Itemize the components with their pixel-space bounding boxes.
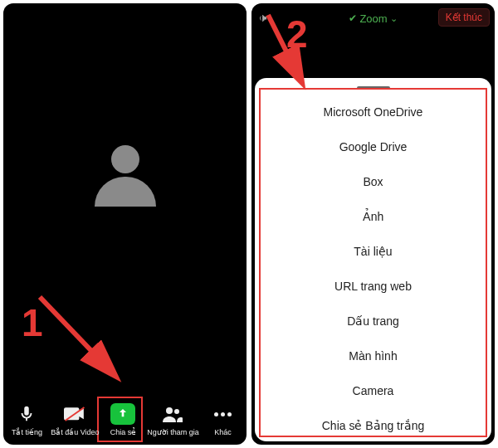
participants-button[interactable]: Người tham gia [147,403,199,436]
svg-line-3 [268,15,301,81]
share-option-camera[interactable]: Camera [255,373,491,408]
mute-label: Tắt tiếng [12,428,42,436]
participants-label: Người tham gia [147,428,199,436]
share-sheet: Microsoft OneDrive Google Drive Box Ảnh … [255,78,491,441]
zoom-label: Zoom [359,12,387,25]
mic-icon [16,403,37,425]
person-icon [90,145,160,215]
participants-icon [162,403,183,425]
shield-icon: ✔ [349,12,357,24]
svg-point-1 [174,409,179,414]
share-option-list: Microsoft OneDrive Google Drive Box Ảnh … [255,95,491,443]
svg-line-2 [40,297,115,375]
share-option-whiteboard[interactable]: Chia sẻ Bảng trắng [255,408,491,443]
left-screen: Tắt tiếng Bắt đầu Video Chia sẻ Người th… [3,3,247,445]
end-button[interactable]: Kết thúc [438,8,490,27]
share-label: Chia sẻ [110,428,137,436]
video-label: Bắt đầu Video [51,428,99,436]
annotation-arrow-2 [258,10,333,96]
svg-point-0 [166,407,173,414]
more-icon [212,403,234,425]
video-button[interactable]: Bắt đầu Video [51,403,99,436]
share-button[interactable]: Chia sẻ [103,403,143,436]
share-option-box[interactable]: Box [255,164,491,199]
more-button[interactable]: Khác [203,403,243,436]
share-option-onedrive[interactable]: Microsoft OneDrive [255,95,491,129]
share-option-screen[interactable]: Màn hình [255,338,491,373]
bottom-toolbar: Tắt tiếng Bắt đầu Video Chia sẻ Người th… [3,400,247,441]
share-option-documents[interactable]: Tài liệu [255,234,491,269]
share-option-bookmark[interactable]: Dấu trang [255,304,491,338]
more-label: Khác [214,428,232,436]
zoom-dropdown[interactable]: ✔ Zoom ⌄ [349,12,397,25]
participant-avatar [90,145,160,215]
annotation-arrow-1 [35,292,134,395]
sheet-handle[interactable] [357,86,390,90]
share-icon [110,403,135,425]
right-screen: 🕩 ✔ Zoom ⌄ Kết thúc Microsoft OneDrive G… [251,3,495,445]
share-option-googledrive[interactable]: Google Drive [255,129,491,164]
share-option-url[interactable]: URL trang web [255,269,491,304]
camera-off-icon [64,403,85,425]
chevron-down-icon: ⌄ [390,13,398,24]
share-option-photos[interactable]: Ảnh [255,199,491,234]
mute-button[interactable]: Tắt tiếng [7,403,46,436]
